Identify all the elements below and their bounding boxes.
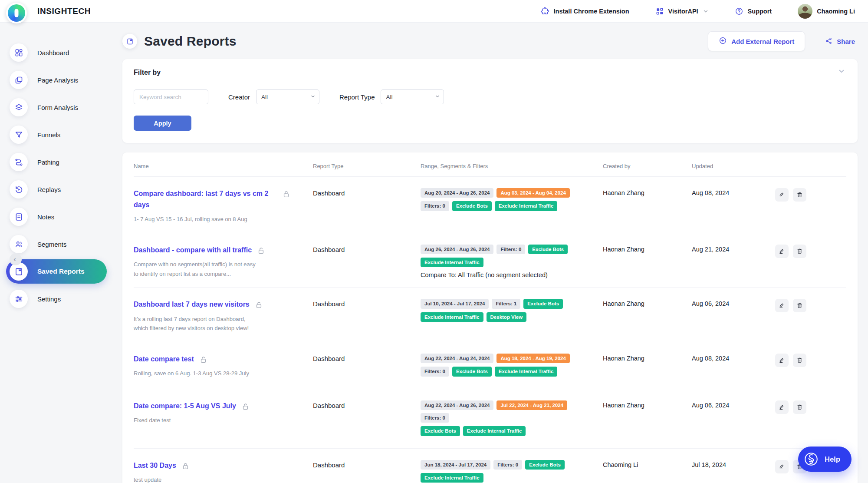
column-header-updated: Updated	[692, 163, 775, 169]
report-name-link[interactable]: Date compare: 1-5 Aug VS July	[134, 400, 236, 412]
user-menu[interactable]: Chaoming Li	[795, 3, 858, 19]
visitor-api-label: VisitorAPI	[668, 8, 698, 15]
badge: Aug 26, 2024 - Aug 26, 2024	[421, 245, 493, 254]
badge: Exclude Bots	[452, 201, 492, 211]
report-description: 1- 7 Aug VS 15 - 16 Jul, rolling save on…	[134, 215, 260, 224]
range-segments-filters: Aug 26, 2024 - Aug 26, 2024Filters: 0Exc…	[421, 245, 603, 279]
form-analysis-icon	[10, 98, 28, 116]
sidebar-item-form-analysis[interactable]: Form Analysis	[0, 98, 112, 116]
segments-icon	[10, 235, 28, 253]
badge: Exclude Bots	[452, 367, 492, 376]
user-name: Chaoming Li	[817, 8, 855, 15]
add-external-report-label: Add External Report	[731, 38, 794, 45]
add-external-report-button[interactable]: Add External Report	[708, 31, 805, 51]
edit-report-button[interactable]	[775, 299, 789, 312]
brand[interactable]: INSIGHTECH	[6, 0, 91, 23]
filter-collapse-button[interactable]	[835, 67, 848, 77]
edit-report-button[interactable]	[775, 354, 789, 367]
sidebar-collapse-button[interactable]: ‹	[10, 253, 22, 265]
pencil-icon	[779, 192, 785, 198]
saved-reports-table: NameReport TypeRange, Segments & Filters…	[122, 152, 858, 483]
sidebar-item-label: Saved Reports	[37, 268, 85, 275]
visitor-api-menu[interactable]: VisitorAPI	[653, 7, 711, 16]
pencil-icon	[779, 302, 785, 309]
badge: Filters: 0	[493, 460, 522, 470]
sidebar-item-segments[interactable]: Segments	[0, 235, 112, 253]
edit-report-button[interactable]	[775, 460, 789, 473]
badge: Exclude Internal Traffic	[421, 473, 483, 483]
sidebar-item-page-analysis[interactable]: Page Analysis	[0, 71, 112, 89]
report-name-link[interactable]: Date compare test	[134, 354, 194, 365]
badge: Exclude Bots	[421, 426, 460, 436]
sidebar-item-replays[interactable]: Replays	[0, 180, 112, 198]
report-type-label: Report Type	[339, 93, 375, 101]
edit-report-button[interactable]	[775, 188, 789, 202]
apply-button[interactable]: Apply	[134, 116, 191, 131]
range-segments-filters: Jul 10, 2024 - Jul 17, 2024Filters: 1Exc…	[421, 299, 603, 325]
lock-open-icon	[241, 400, 250, 411]
support-button[interactable]: Support	[732, 7, 775, 16]
trash-icon	[796, 192, 803, 198]
sidebar-item-label: Notes	[37, 213, 54, 221]
table-row: Date compare: 1-5 Aug VS July Fixed date…	[134, 389, 846, 449]
notes-icon	[10, 208, 28, 226]
delete-report-button[interactable]	[793, 188, 806, 202]
creator-select[interactable]: All	[256, 89, 319, 104]
badge: Aug 20, 2024 - Aug 26, 2024	[421, 188, 493, 198]
sidebar: Dashboard Page Analysis Form Analysis Fu…	[0, 23, 112, 483]
delete-report-button[interactable]	[793, 245, 806, 258]
sidebar-item-dashboard[interactable]: Dashboard	[0, 43, 112, 62]
brand-name: INSIGHTECH	[37, 7, 91, 16]
badge: Filters: 0	[421, 201, 449, 211]
badge: Exclude Internal Traffic	[421, 258, 483, 267]
badge: Exclude Internal Traffic	[495, 201, 558, 211]
help-logo-icon	[803, 451, 819, 467]
report-name-link[interactable]: Compare dashboard: last 7 days vs cm 2 d…	[134, 188, 277, 210]
report-type: Dashboard	[313, 299, 421, 308]
report-type-select[interactable]: All	[381, 89, 444, 104]
plus-circle-icon	[719, 36, 727, 46]
badge: Aug 22, 2024 - Aug 26, 2024	[421, 400, 493, 410]
report-description: test update	[134, 475, 260, 483]
sidebar-item-saved-reports[interactable]: Saved Reports	[6, 259, 107, 284]
edit-report-button[interactable]	[775, 400, 789, 414]
share-button[interactable]: Share	[822, 36, 858, 46]
trash-icon	[796, 404, 803, 410]
sidebar-item-label: Funnels	[37, 131, 60, 139]
report-type: Dashboard	[313, 400, 421, 409]
saved-reports-icon	[122, 34, 137, 49]
report-description: Rolling, save on 6 Aug. 1-3 Aug VS 28-29…	[134, 369, 260, 378]
delete-report-button[interactable]	[793, 299, 806, 312]
sidebar-item-label: Segments	[37, 241, 67, 248]
filter-panel: Filter by Creator All Report Type	[122, 59, 858, 143]
chevron-down-icon	[838, 70, 845, 76]
pencil-icon	[779, 357, 785, 364]
edit-report-button[interactable]	[775, 245, 789, 258]
badge: Filters: 0	[496, 245, 525, 254]
sidebar-item-funnels[interactable]: Funnels	[0, 126, 112, 144]
range-segments-filters: Jun 18, 2024 - Jul 17, 2024Filters: 0Exc…	[421, 460, 603, 483]
install-chrome-extension-button[interactable]: Install Chrome Extension	[538, 6, 632, 16]
main-content: Saved Reports Add External Report Share	[112, 23, 868, 483]
lock-open-icon	[257, 245, 265, 255]
sidebar-item-label: Form Analysis	[37, 104, 78, 111]
badge: Exclude Bots	[528, 245, 568, 254]
sidebar-item-notes[interactable]: Notes	[0, 208, 112, 226]
share-label: Share	[837, 38, 855, 45]
delete-report-button[interactable]	[793, 354, 806, 367]
report-name-link[interactable]: Dashboard - compare with all traffic	[134, 245, 252, 256]
report-name-link[interactable]: Dashboard last 7 days new visitors	[134, 299, 250, 310]
puzzle-icon	[540, 7, 549, 16]
replays-icon	[10, 180, 28, 198]
sidebar-item-settings[interactable]: Settings	[0, 290, 112, 308]
badge: Aug 18, 2024 - Aug 19, 2024	[496, 354, 569, 363]
report-type: Dashboard	[313, 460, 421, 469]
created-by: Haonan Zhang	[603, 299, 692, 307]
keyword-search-input[interactable]	[134, 89, 208, 104]
badge: Jul 10, 2024 - Jul 17, 2024	[421, 299, 489, 308]
report-name-link[interactable]: Last 30 Days	[134, 460, 176, 471]
help-button[interactable]: Help	[798, 447, 852, 472]
updated-date: Aug 06, 2024	[692, 400, 775, 409]
delete-report-button[interactable]	[793, 400, 806, 414]
sidebar-item-pathing[interactable]: Pathing	[0, 153, 112, 171]
